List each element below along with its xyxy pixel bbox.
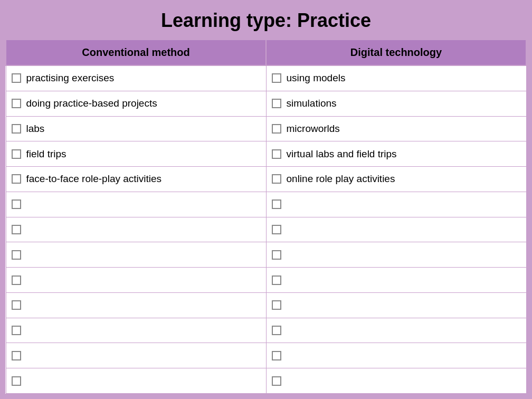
- checkbox-left[interactable]: [12, 99, 21, 108]
- table-wrapper: Conventional method Digital technology p…: [0, 39, 532, 399]
- left-cell: labs: [6, 116, 266, 141]
- checkbox-left[interactable]: [12, 149, 21, 159]
- checkbox-right[interactable]: [272, 326, 281, 335]
- table-row: labsmicroworlds: [6, 116, 526, 141]
- checkbox-left[interactable]: [12, 376, 21, 386]
- checkbox-right[interactable]: [272, 376, 281, 386]
- table-row: [6, 292, 526, 318]
- col-header-conventional: Conventional method: [6, 40, 266, 65]
- col-header-digital: Digital technology: [266, 40, 526, 65]
- table-row: field tripsvirtual labs and field trips: [6, 141, 526, 167]
- table-row: [6, 318, 526, 343]
- checkbox-right[interactable]: [272, 99, 281, 108]
- right-cell: virtual labs and field trips: [266, 141, 526, 167]
- checkbox-left[interactable]: [12, 73, 21, 83]
- left-cell: face-to-face role-play activities: [6, 167, 266, 192]
- checkbox-right[interactable]: [272, 276, 281, 285]
- right-cell: [266, 318, 526, 343]
- left-cell: doing practice-based projects: [6, 91, 266, 116]
- table-row: face-to-face role-play activitiesonline …: [6, 167, 526, 192]
- cell-text-right: using models: [287, 72, 346, 84]
- checkbox-left[interactable]: [12, 351, 21, 360]
- right-cell: using models: [266, 65, 526, 91]
- left-cell: [6, 318, 266, 343]
- slide-container: Learning type: Practice Conventional met…: [0, 0, 532, 399]
- cell-text-right: microworlds: [287, 123, 340, 135]
- left-cell: [6, 268, 266, 293]
- left-cell: [6, 368, 266, 394]
- checkbox-left[interactable]: [12, 124, 21, 134]
- left-cell: [6, 292, 266, 318]
- right-cell: simulations: [266, 91, 526, 116]
- checkbox-left[interactable]: [12, 326, 21, 335]
- table-row: [6, 242, 526, 268]
- cell-text-left: practising exercises: [26, 72, 115, 84]
- checkbox-right[interactable]: [272, 225, 281, 234]
- checkbox-left[interactable]: [12, 200, 21, 209]
- left-cell: [6, 217, 266, 242]
- checkbox-right[interactable]: [272, 351, 281, 360]
- checkbox-right[interactable]: [272, 174, 281, 184]
- cell-text-left: doing practice-based projects: [26, 98, 157, 109]
- right-cell: [266, 343, 526, 368]
- left-cell: field trips: [6, 141, 266, 167]
- table-row: [6, 343, 526, 368]
- cell-text-right: simulations: [287, 98, 337, 109]
- right-cell: [266, 292, 526, 318]
- table-row: [6, 368, 526, 394]
- checkbox-right[interactable]: [272, 124, 281, 134]
- checkbox-right[interactable]: [272, 73, 281, 83]
- cell-text-left: face-to-face role-play activities: [26, 173, 162, 185]
- table-row: [6, 192, 526, 217]
- table-row: [6, 268, 526, 293]
- checkbox-left[interactable]: [12, 276, 21, 285]
- checkbox-left[interactable]: [12, 300, 21, 310]
- checkbox-right[interactable]: [272, 250, 281, 260]
- table-row: practising exercisesusing models: [6, 65, 526, 91]
- right-cell: [266, 368, 526, 394]
- right-cell: [266, 192, 526, 217]
- table-row: doing practice-based projectssimulations: [6, 91, 526, 116]
- cell-text-right: virtual labs and field trips: [287, 148, 397, 160]
- cell-text-left: labs: [26, 123, 45, 135]
- left-cell: [6, 242, 266, 268]
- cell-text-right: online role play activities: [287, 173, 395, 185]
- right-cell: microworlds: [266, 116, 526, 141]
- main-table: Conventional method Digital technology p…: [5, 39, 527, 394]
- right-cell: online role play activities: [266, 167, 526, 192]
- checkbox-right[interactable]: [272, 149, 281, 159]
- right-cell: [266, 268, 526, 293]
- right-cell: [266, 217, 526, 242]
- checkbox-left[interactable]: [12, 250, 21, 260]
- checkbox-left[interactable]: [12, 174, 21, 184]
- checkbox-right[interactable]: [272, 200, 281, 209]
- left-cell: [6, 343, 266, 368]
- right-cell: [266, 242, 526, 268]
- slide-title: Learning type: Practice: [0, 0, 532, 39]
- table-row: [6, 217, 526, 242]
- left-cell: [6, 192, 266, 217]
- cell-text-left: field trips: [26, 148, 66, 160]
- checkbox-left[interactable]: [12, 225, 21, 234]
- checkbox-right[interactable]: [272, 300, 281, 310]
- left-cell: practising exercises: [6, 65, 266, 91]
